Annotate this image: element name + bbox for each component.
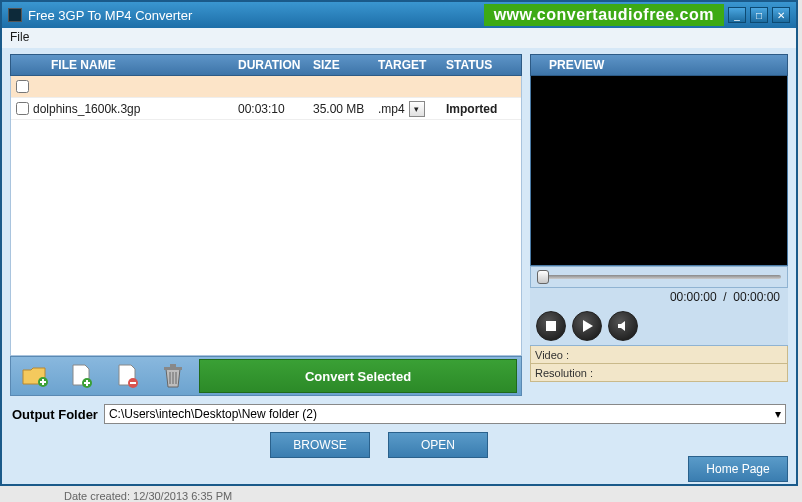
cell-target: .mp4 <box>378 102 405 116</box>
col-status: STATUS <box>446 58 521 72</box>
app-window: Free 3GP To MP4 Converter www.convertaud… <box>0 0 798 486</box>
maximize-button[interactable]: □ <box>750 7 768 23</box>
time-total: 00:00:00 <box>733 290 780 304</box>
trash-icon <box>162 363 184 389</box>
remove-file-button[interactable] <box>107 359 147 393</box>
delete-button[interactable] <box>153 359 193 393</box>
file-plus-icon <box>69 363 93 389</box>
col-filename: FILE NAME <box>33 58 238 72</box>
cell-size: 35.00 MB <box>313 102 378 116</box>
stop-icon <box>546 321 556 331</box>
play-icon <box>581 320 593 332</box>
convert-selected-button[interactable]: Convert Selected <box>199 359 517 393</box>
file-minus-icon <box>115 363 139 389</box>
time-current: 00:00:00 <box>670 290 717 304</box>
table-row[interactable]: dolphins_1600k.3gp 00:03:10 35.00 MB .mp… <box>11 98 521 120</box>
minimize-button[interactable]: _ <box>728 7 746 23</box>
mute-button[interactable] <box>608 311 638 341</box>
cell-status: Imported <box>446 102 521 116</box>
window-title: Free 3GP To MP4 Converter <box>28 8 192 23</box>
output-folder-label: Output Folder <box>12 407 98 422</box>
close-button[interactable]: ✕ <box>772 7 790 23</box>
output-folder-path: C:\Users\intech\Desktop\New folder (2) <box>109 407 317 421</box>
site-url-banner: www.convertaudiofree.com <box>484 4 724 26</box>
time-display: 00:00:00 / 00:00:00 <box>530 288 788 306</box>
select-all-row <box>11 76 521 98</box>
app-icon <box>8 8 22 22</box>
chevron-down-icon: ▾ <box>775 407 781 421</box>
preview-header: PREVIEW <box>530 54 788 76</box>
select-all-checkbox[interactable] <box>16 80 29 93</box>
video-info-label: Video : <box>530 346 788 364</box>
browse-button[interactable]: BROWSE <box>270 432 370 458</box>
row-checkbox[interactable] <box>16 102 29 115</box>
output-folder-field[interactable]: C:\Users\intech\Desktop\New folder (2) ▾ <box>104 404 786 424</box>
playback-controls <box>530 306 788 346</box>
svg-rect-8 <box>546 321 556 331</box>
file-list-header: FILE NAME DURATION SIZE TARGET STATUS <box>10 54 522 76</box>
add-folder-button[interactable] <box>15 359 55 393</box>
play-button[interactable] <box>572 311 602 341</box>
open-button[interactable]: OPEN <box>388 432 488 458</box>
add-file-button[interactable] <box>61 359 101 393</box>
slider-thumb[interactable] <box>537 270 549 284</box>
col-duration: DURATION <box>238 58 313 72</box>
svg-rect-4 <box>170 364 176 367</box>
resolution-info-label: Resolution : <box>530 364 788 382</box>
svg-rect-3 <box>164 367 182 370</box>
menu-bar: File <box>2 28 796 48</box>
cell-duration: 00:03:10 <box>238 102 313 116</box>
speaker-icon <box>617 320 629 332</box>
file-list: dolphins_1600k.3gp 00:03:10 35.00 MB .mp… <box>10 76 522 356</box>
seek-slider[interactable] <box>530 266 788 288</box>
cell-filename: dolphins_1600k.3gp <box>33 102 238 116</box>
preview-video-area <box>530 76 788 266</box>
stop-button[interactable] <box>536 311 566 341</box>
title-bar: Free 3GP To MP4 Converter www.convertaud… <box>2 2 796 28</box>
date-created-label: Date created: 12/30/2013 6:35 PM <box>0 486 802 502</box>
menu-file[interactable]: File <box>10 30 29 44</box>
folder-plus-icon <box>21 364 49 388</box>
target-dropdown-button[interactable]: ▾ <box>409 101 425 117</box>
col-target: TARGET <box>378 58 446 72</box>
home-page-button[interactable]: Home Page <box>688 456 788 482</box>
toolbar: Convert Selected <box>10 356 522 396</box>
col-size: SIZE <box>313 58 378 72</box>
